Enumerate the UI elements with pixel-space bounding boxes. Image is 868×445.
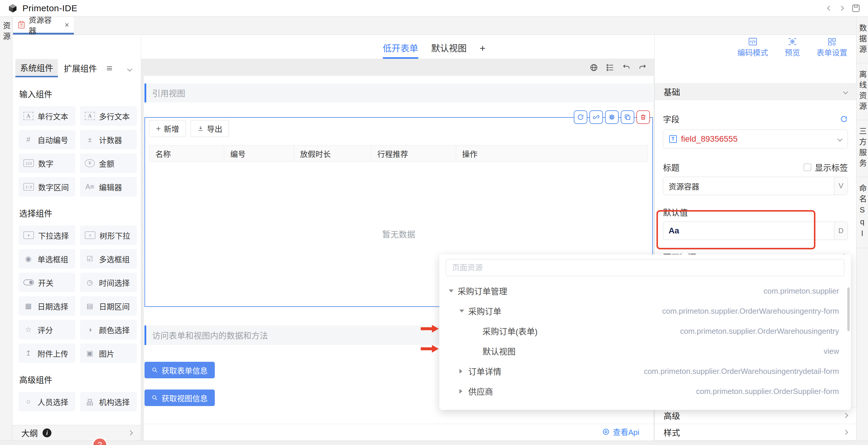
redo-icon[interactable]	[639, 63, 647, 72]
reference-table: 名称编号放假时长行程推荐操作	[149, 145, 648, 162]
component-chip-label: 附件上传	[37, 348, 68, 359]
title-variable-button[interactable]: V	[834, 177, 848, 195]
view-api-link[interactable]: 查看Api	[602, 426, 639, 437]
component-section-title: 输入组件	[19, 88, 137, 100]
component-chip-label: 数字	[38, 158, 54, 169]
tree-item-4[interactable]: 订单详情com.primeton.supplier.OrderWarehousi…	[446, 361, 844, 381]
component-chip-label: 日期选择	[37, 301, 68, 312]
undo-icon[interactable]	[622, 63, 630, 72]
close-tab-icon[interactable]: ×	[65, 21, 69, 29]
tab-extension-components[interactable]: 扩展组件	[59, 59, 102, 77]
component-chip-number[interactable]: 123数字	[19, 153, 75, 173]
link-component-button[interactable]	[589, 110, 603, 124]
collapse-basic-icon[interactable]	[843, 89, 848, 94]
component-chip-date-picker[interactable]: ▦日期选择	[19, 296, 75, 316]
basic-section-header[interactable]: 基础	[655, 83, 856, 100]
component-chip-date-range[interactable]: ▤日期区间	[80, 296, 137, 316]
tree-item-1[interactable]: 采购订单com.primeton.supplier.OrderWarehousi…	[446, 301, 844, 321]
component-chip-time-picker[interactable]: ◷时间选择	[80, 273, 137, 292]
section-header-reference-view[interactable]: 引用视图	[145, 83, 653, 102]
save-icon[interactable]	[851, 4, 860, 13]
outline-expand-icon[interactable]	[128, 431, 133, 436]
component-chip-editor[interactable]: A≡编辑器	[80, 177, 137, 197]
component-chip-rating[interactable]: ☆评分	[19, 320, 75, 339]
show-label-checkbox[interactable]	[804, 164, 811, 171]
code-mode-button[interactable]: 编码模式	[737, 38, 768, 58]
tree-item-label: 采购订单	[468, 305, 501, 317]
default-value-input[interactable]: Aa	[663, 222, 834, 240]
component-chip-person-select[interactable]: ○人员选择	[19, 392, 75, 411]
component-chip-image[interactable]: ▣图片	[80, 343, 137, 363]
resource-search-input[interactable]	[446, 259, 844, 276]
copy-component-button[interactable]	[621, 110, 634, 124]
tree-item-5[interactable]: 供应商com.primeton.supplier.OrderSupplier-f…	[446, 381, 844, 401]
tree-item-2[interactable]: 采购订单(表单)com.primeton.supplier.OrderWareh…	[446, 321, 844, 341]
component-chip-label: 下拉选择	[38, 230, 69, 241]
component-chip-attachment-upload[interactable]: ↥附件上传	[19, 343, 75, 363]
tree-item-code: com.primeton.supplier.OrderWarehousingen…	[644, 367, 844, 376]
delete-component-button[interactable]	[637, 110, 650, 124]
component-chip-tree-dropdown[interactable]: ≡树形下拉	[80, 226, 137, 245]
export-button[interactable]: 导出	[191, 120, 229, 137]
component-chip-auto-number[interactable]: #自动编号	[19, 130, 75, 149]
component-chip-single-line-text[interactable]: A单行文本	[19, 106, 75, 126]
get-view-info-button[interactable]: 获取视图信息	[145, 389, 215, 406]
globe-icon[interactable]	[590, 63, 598, 72]
tree-item-code: view	[824, 347, 844, 356]
settings-gear-button[interactable]	[605, 110, 619, 124]
date-picker-icon: ▦	[23, 302, 33, 310]
component-menu-icon[interactable]	[107, 66, 112, 70]
component-chip-org-select[interactable]: 品机构选择	[80, 392, 137, 411]
refresh-component-button[interactable]	[574, 110, 587, 124]
view-tab-0[interactable]: 低开表单	[383, 41, 418, 59]
title-input[interactable]: 资源容器	[663, 177, 834, 195]
component-chip-checkbox-group[interactable]: ☑多选框组	[80, 249, 137, 269]
field-select[interactable]: T field_89356555	[663, 130, 848, 148]
tree-item-label: 默认视图	[483, 345, 516, 357]
left-resource-strip[interactable]: 资源	[0, 17, 12, 445]
caret-down-icon[interactable]	[449, 289, 454, 293]
doc-tab-resource-container[interactable]: 资源容器 ×	[13, 17, 74, 35]
app-logo-icon	[8, 3, 18, 13]
form-settings-button[interactable]: 表单设置	[816, 38, 847, 58]
component-chip-color-picker[interactable]: ◑颜色选择	[80, 320, 137, 339]
add-row-button[interactable]: + 新增	[149, 120, 186, 137]
component-chip-multi-line-text[interactable]: A多行文本	[80, 106, 137, 126]
component-chip-radio-group[interactable]: ◉单选框组	[19, 249, 75, 269]
component-chip-counter[interactable]: ±计数器	[80, 130, 137, 149]
get-form-info-button[interactable]: 获取表单信息	[145, 362, 215, 378]
popup-scrollbar[interactable]	[847, 287, 850, 331]
default-variable-button[interactable]: D	[834, 222, 848, 240]
add-view-tab-button[interactable]: +	[480, 42, 486, 59]
component-chip-dropdown-select[interactable]: ▾下拉选择	[19, 226, 75, 245]
right-strip-tab-0[interactable]: 数据源	[857, 17, 868, 63]
refresh-field-icon[interactable]	[840, 115, 848, 123]
nav-forward-icon[interactable]	[840, 6, 843, 10]
component-chip-number-range[interactable]: 1~3数字区间	[19, 177, 75, 197]
outline-bar[interactable]: 大纲 i	[12, 425, 141, 441]
right-strip-tab-1[interactable]: 离线资源	[857, 63, 868, 120]
section1-title: 引用视图	[152, 87, 185, 99]
default-value-label: 默认值	[663, 206, 688, 218]
component-chip-label: 评分	[37, 324, 53, 335]
tree-item-0[interactable]: 采购订单管理com.primeton.supplier	[446, 281, 844, 301]
component-section-title: 选择组件	[19, 207, 137, 219]
tab-system-components[interactable]: 系统组件	[16, 59, 58, 77]
caret-right-icon[interactable]	[459, 389, 464, 393]
right-strip-tab-label: 三方服务	[859, 127, 866, 170]
preview-button[interactable]: 预览	[785, 38, 800, 58]
nav-back-icon[interactable]	[828, 6, 831, 10]
download-icon	[197, 126, 204, 132]
caret-right-icon[interactable]	[459, 369, 464, 374]
caret-down-icon[interactable]	[459, 310, 464, 312]
right-strip-tab-3[interactable]: 命名Sql	[857, 177, 868, 248]
info-icon: i	[42, 429, 52, 437]
panel-collapse-icon[interactable]	[128, 64, 131, 73]
style-section-row[interactable]: 样式	[655, 424, 856, 441]
right-strip-tab-2[interactable]: 三方服务	[857, 120, 868, 177]
component-chip-amount[interactable]: ¥金额	[80, 153, 137, 173]
tree-item-3[interactable]: 默认视图view	[446, 341, 844, 361]
view-tab-1[interactable]: 默认视图	[431, 41, 467, 59]
outline-tree-icon[interactable]	[606, 63, 614, 72]
component-chip-switch[interactable]: 开关	[19, 273, 75, 292]
